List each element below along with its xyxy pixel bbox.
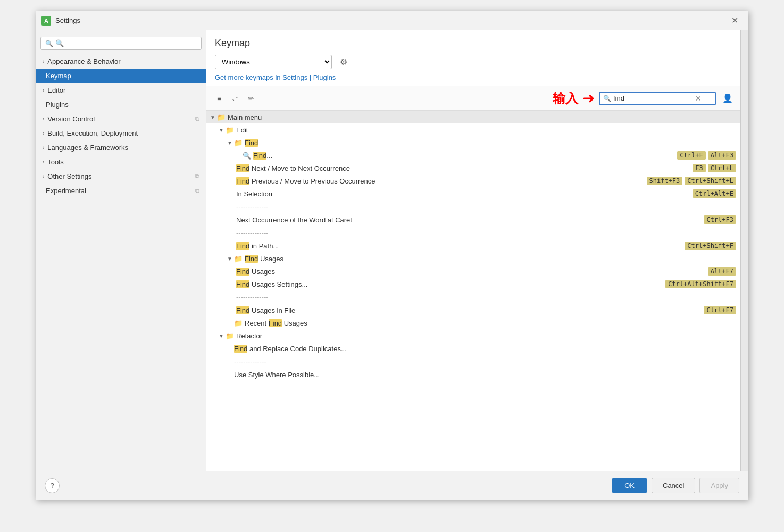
tree-label: Refactor: [236, 332, 740, 340]
sidebar-item-version-control[interactable]: › Version Control ⧉: [36, 112, 206, 126]
arrow-icon: ›: [43, 116, 44, 122]
arrow-icon: ›: [43, 130, 44, 136]
keymap-controls: Windows ⚙: [215, 54, 732, 69]
sidebar-item-tools[interactable]: › Tools: [36, 155, 206, 169]
scrollbar[interactable]: [740, 30, 748, 471]
tree-row[interactable]: Find Next / Move to Next Occurrence F3 C…: [206, 162, 740, 174]
tree-label: Find Next / Move to Next Occurrence: [236, 164, 693, 172]
tree-row[interactable]: ▼ 📁 Refactor: [206, 329, 740, 342]
tree-row[interactable]: In Selection Ctrl+Alt+E: [206, 187, 740, 200]
shortcut-badge: Ctrl+Shift+L: [685, 177, 736, 185]
panel-header: Keymap Windows ⚙ Get more keymaps in Set…: [206, 30, 740, 86]
shortcut-badge: Alt+F7: [708, 267, 736, 276]
tree-row[interactable]: 🔍 Find... Ctrl+F Alt+F3: [206, 149, 740, 162]
sidebar-item-plugins[interactable]: Plugins: [36, 97, 206, 112]
sidebar-item-label: Build, Execution, Deployment: [47, 129, 138, 137]
sidebar-item-experimental[interactable]: Experimental ⧉: [36, 184, 206, 198]
sidebar-item-languages[interactable]: › Languages & Frameworks: [36, 140, 206, 155]
tree-row[interactable]: Find Previous / Move to Previous Occurre…: [206, 174, 740, 187]
tree-row: --------------: [206, 355, 740, 368]
tree-label: Use Style Where Possible...: [234, 371, 740, 379]
tree-label: In Selection: [236, 190, 693, 198]
sidebar-item-label: Editor: [47, 86, 65, 94]
shortcut-badge: Ctrl+F: [677, 151, 705, 160]
tree-row[interactable]: Find and Replace Code Duplicates...: [206, 342, 740, 355]
tree-row[interactable]: Find Usages in File Ctrl+F7: [206, 304, 740, 317]
sidebar-item-label: Version Control: [47, 115, 95, 123]
tree-row[interactable]: Find Usages Alt+F7: [206, 265, 740, 278]
tree-row[interactable]: Next Occurrence of the Word at Caret Ctr…: [206, 213, 740, 226]
tree-row[interactable]: 📁 Recent Find Usages: [206, 317, 740, 329]
tree-label: Find in Path...: [236, 242, 685, 250]
gear-button[interactable]: ⚙: [336, 54, 351, 69]
expand-all-button[interactable]: ≡: [212, 91, 227, 106]
tree-row[interactable]: Find in Path... Ctrl+Shift+F: [206, 239, 740, 252]
folder-icon: 📁: [234, 319, 243, 327]
tree-label: Find...: [253, 152, 677, 160]
search-input-wrapper: 🔍 ✕: [599, 92, 716, 105]
search-icon: 🔍: [243, 152, 251, 160]
separator: --------------: [236, 292, 740, 302]
separator: --------------: [236, 228, 740, 238]
arrow-icon: ›: [43, 87, 44, 93]
shortcut-area: Alt+F7: [708, 267, 740, 276]
tree-row[interactable]: Use Style Where Possible...: [206, 368, 740, 381]
sidebar-search-input[interactable]: [55, 39, 197, 47]
sidebar-item-label: Plugins: [46, 101, 69, 109]
tree-row[interactable]: ▼ 📁 Find: [206, 136, 740, 149]
tree-row[interactable]: ▼ 📁 Edit: [206, 123, 740, 136]
sidebar-item-editor[interactable]: › Editor: [36, 83, 206, 97]
shortcut-badge: Ctrl+Alt+Shift+F7: [665, 280, 736, 288]
collapse-icon: ▼: [226, 140, 234, 146]
collapse-icon: ▼: [217, 333, 226, 339]
copy-icon: ⧉: [195, 173, 199, 180]
sidebar-item-build[interactable]: › Build, Execution, Deployment: [36, 126, 206, 140]
sidebar-item-other-settings[interactable]: › Other Settings ⧉: [36, 169, 206, 184]
tree-label: Edit: [236, 126, 740, 134]
collapse-all-button[interactable]: ⇌: [228, 91, 243, 106]
sidebar-item-label: Keymap: [46, 72, 71, 80]
search-clear-button[interactable]: ✕: [695, 94, 702, 103]
shortcut-badge: Ctrl+F3: [704, 215, 736, 224]
tree-row[interactable]: ▼ 📁 Main menu: [206, 111, 740, 123]
collapse-icon: ▼: [208, 114, 217, 120]
shortcut-area: Ctrl+Alt+Shift+F7: [665, 280, 740, 288]
edit-button[interactable]: ✏: [244, 91, 258, 106]
collapse-icon: ▼: [226, 256, 234, 262]
arrow-icon: ›: [43, 145, 44, 151]
sidebar-item-label: Other Settings: [47, 172, 91, 180]
sidebar-search-box[interactable]: 🔍: [40, 37, 202, 50]
shortcut-badge: Shift+F3: [647, 177, 683, 185]
shortcut-area: Ctrl+Alt+E: [693, 189, 740, 198]
person-button[interactable]: 👤: [720, 91, 735, 106]
tree-row[interactable]: ▼ 📁 Find Usages: [206, 252, 740, 265]
plugin-link[interactable]: Get more keymaps in Settings | Plugins: [215, 73, 336, 81]
keymap-search-input[interactable]: [613, 94, 693, 102]
close-button[interactable]: ✕: [727, 13, 743, 28]
tree-label: Find Previous / Move to Previous Occurre…: [236, 177, 647, 185]
ok-button[interactable]: OK: [612, 478, 647, 493]
sidebar-item-keymap[interactable]: Keymap: [36, 69, 206, 83]
apply-button[interactable]: Apply: [699, 478, 739, 493]
sidebar-item-appearance[interactable]: › Appearance & Behavior: [36, 54, 206, 69]
copy-icon: ⧉: [195, 115, 199, 122]
folder-icon: 📁: [234, 139, 243, 147]
shortcut-area: Ctrl+F3: [704, 215, 740, 224]
tree-label: Main menu: [228, 113, 740, 121]
help-button[interactable]: ?: [45, 478, 60, 493]
sidebar-item-label: Tools: [47, 158, 63, 166]
tree-row[interactable]: Find Usages Settings... Ctrl+Alt+Shift+F…: [206, 278, 740, 290]
separator: --------------: [236, 202, 740, 212]
tree-label: Find Usages in File: [236, 306, 704, 314]
cancel-button[interactable]: Cancel: [652, 478, 695, 493]
settings-window: A Settings ✕ 🔍 › Appearance & Behavior K…: [36, 11, 748, 500]
annotation-area: 输入 ➜ 🔍 ✕ 👤: [553, 89, 735, 107]
keymap-select[interactable]: Windows: [215, 55, 332, 69]
search-icon: 🔍: [45, 40, 53, 47]
shortcut-badge: F3: [693, 164, 705, 172]
app-icon: A: [41, 16, 51, 26]
shortcut-badge: Ctrl+L: [708, 164, 736, 172]
tree-label: Next Occurrence of the Word at Caret: [236, 216, 704, 224]
sidebar-item-label: Appearance & Behavior: [47, 57, 120, 65]
tree-label: Find Usages: [245, 255, 740, 263]
